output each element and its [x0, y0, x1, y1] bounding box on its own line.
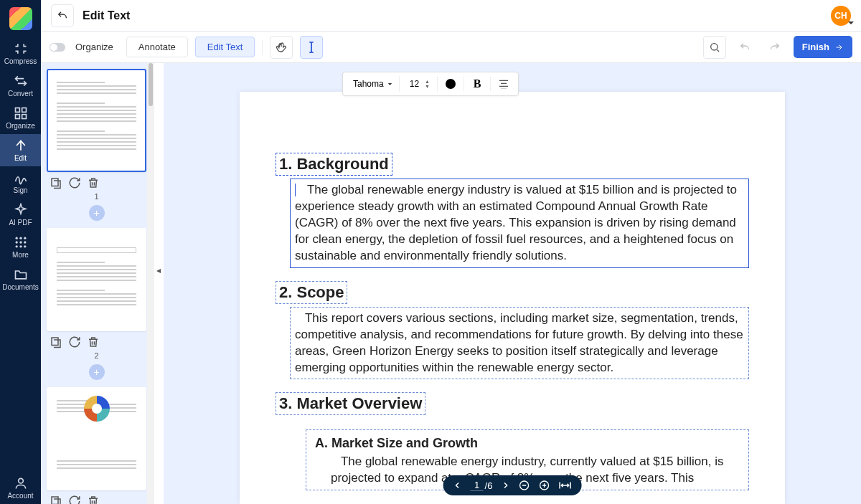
- rail-organize-label: Organize: [6, 122, 35, 130]
- search-button[interactable]: [703, 36, 726, 59]
- font-select[interactable]: Tahoma: [347, 76, 400, 92]
- hand-icon: [276, 42, 287, 53]
- delete-page-button[interactable]: [87, 336, 100, 348]
- rail-organize[interactable]: Organize: [0, 102, 41, 134]
- sparkle-icon: [14, 203, 28, 217]
- rail-account-label: Account: [7, 492, 33, 500]
- svg-rect-17: [52, 497, 58, 504]
- rail-more-label: More: [12, 251, 29, 259]
- document-canvas: 1. Background The global renewable energ…: [164, 63, 861, 504]
- navigation-rail: Compress Convert Organize Edit Sign AI P…: [0, 0, 41, 504]
- rail-sign[interactable]: Sign: [0, 166, 41, 199]
- thumbnail-page-2[interactable]: [47, 228, 146, 331]
- svg-rect-3: [22, 115, 26, 119]
- zoom-out-button[interactable]: [518, 480, 530, 491]
- pan-tool-button[interactable]: [270, 36, 293, 59]
- thumbnail-number: 1: [47, 192, 146, 201]
- fit-width-button[interactable]: [558, 480, 571, 490]
- svg-rect-16: [52, 338, 58, 346]
- zoom-in-button[interactable]: [538, 480, 550, 491]
- svg-rect-2: [15, 115, 19, 119]
- rail-compress[interactable]: Compress: [0, 37, 41, 70]
- total-pages: /6: [485, 480, 493, 491]
- text-format-bar: Tahoma 12 ▲ ▼ B: [342, 72, 519, 96]
- thumbnail-page-1[interactable]: [47, 69, 146, 172]
- delete-page-button[interactable]: [87, 176, 100, 189]
- paragraph-scope[interactable]: This report covers various sections, inc…: [290, 307, 749, 380]
- finish-button-label: Finish: [802, 42, 829, 52]
- paragraph-background[interactable]: The global renewable energy industry is …: [290, 179, 749, 268]
- rotate-page-button[interactable]: [68, 176, 81, 189]
- thumbnail-page-3[interactable]: [47, 387, 146, 490]
- sign-icon: [14, 171, 28, 185]
- document-page[interactable]: 1. Background The global renewable energ…: [240, 92, 785, 504]
- undo-button[interactable]: [733, 36, 756, 59]
- svg-rect-0: [15, 108, 19, 113]
- collapse-panel-button[interactable]: ◂: [156, 265, 161, 275]
- color-swatch-icon: [446, 79, 456, 89]
- folder-icon: [14, 267, 28, 282]
- size-up-button[interactable]: ▲: [425, 79, 430, 84]
- extract-page-button[interactable]: [50, 176, 62, 189]
- font-size-value: 12: [405, 79, 423, 89]
- zoom-in-icon: [538, 480, 550, 491]
- font-size-control[interactable]: 12 ▲ ▼: [401, 79, 434, 89]
- edit-icon: [14, 138, 28, 153]
- top-header: Edit Text CH: [41, 0, 861, 32]
- heading-background[interactable]: 1. Background: [276, 153, 392, 176]
- finish-button[interactable]: Finish: [794, 36, 852, 58]
- text-color-button[interactable]: [441, 75, 461, 93]
- rail-convert-label: Convert: [8, 90, 33, 98]
- next-page-button[interactable]: [501, 481, 509, 490]
- rail-edit[interactable]: Edit: [0, 134, 41, 166]
- heading-market-overview[interactable]: 3. Market Overview: [276, 392, 425, 415]
- rail-more[interactable]: More: [0, 231, 41, 263]
- back-button[interactable]: [51, 4, 74, 27]
- delete-page-button[interactable]: [87, 495, 100, 504]
- svg-point-12: [24, 245, 26, 247]
- prev-page-button[interactable]: [453, 481, 462, 490]
- svg-rect-1: [22, 108, 26, 113]
- svg-rect-15: [52, 179, 58, 186]
- rail-aipdf[interactable]: AI PDF: [0, 199, 41, 231]
- app-logo: [9, 7, 32, 30]
- rail-documents[interactable]: Documents: [0, 263, 41, 295]
- rotate-page-button[interactable]: [68, 495, 81, 504]
- rail-sign-label: Sign: [13, 186, 27, 194]
- zoom-out-icon: [518, 480, 530, 491]
- compress-icon: [14, 42, 28, 56]
- current-page-input[interactable]: [471, 480, 484, 491]
- heading-scope[interactable]: 2. Scope: [276, 281, 347, 304]
- toolbar: Organize Annotate Edit Text Finish: [41, 32, 861, 63]
- page-nav-bar: /6: [443, 475, 582, 495]
- rail-convert[interactable]: Convert: [0, 70, 41, 102]
- organize-toggle[interactable]: [50, 43, 65, 52]
- organize-toggle-label: Organize: [75, 42, 113, 52]
- add-page-button-2[interactable]: +: [89, 364, 105, 380]
- redo-button[interactable]: [763, 36, 786, 59]
- rotate-page-button[interactable]: [68, 336, 81, 348]
- annotate-button[interactable]: Annotate: [126, 37, 188, 57]
- add-page-button-1[interactable]: +: [89, 205, 105, 221]
- search-icon: [709, 42, 720, 53]
- user-icon: [14, 476, 28, 490]
- arrow-right-icon: [834, 43, 844, 52]
- extract-page-button[interactable]: [50, 336, 62, 348]
- font-select-value: Tahoma: [353, 79, 384, 89]
- text-cursor-icon: [306, 41, 316, 54]
- text-cursor-tool-button[interactable]: [300, 36, 323, 59]
- thumbnail-panel: 1 + 2 + 3 +: [41, 63, 152, 504]
- user-avatar[interactable]: CH: [831, 6, 851, 26]
- thumbnail-scrollbar[interactable]: [147, 63, 154, 504]
- edit-text-button[interactable]: Edit Text: [195, 37, 255, 57]
- size-down-button[interactable]: ▼: [425, 84, 430, 89]
- rail-documents-label: Documents: [2, 283, 39, 291]
- paragraph-background-text: The global renewable energy industry is …: [295, 183, 737, 262]
- extract-page-button[interactable]: [50, 495, 62, 504]
- bold-button[interactable]: B: [467, 75, 487, 93]
- paragraph-scope-text: This report covers various sections, inc…: [295, 311, 743, 374]
- rail-account[interactable]: Account: [0, 472, 41, 504]
- chevron-left-icon: [453, 481, 462, 490]
- subheading-market-size[interactable]: A. Market Size and Growth: [311, 433, 744, 451]
- align-button[interactable]: [494, 75, 514, 93]
